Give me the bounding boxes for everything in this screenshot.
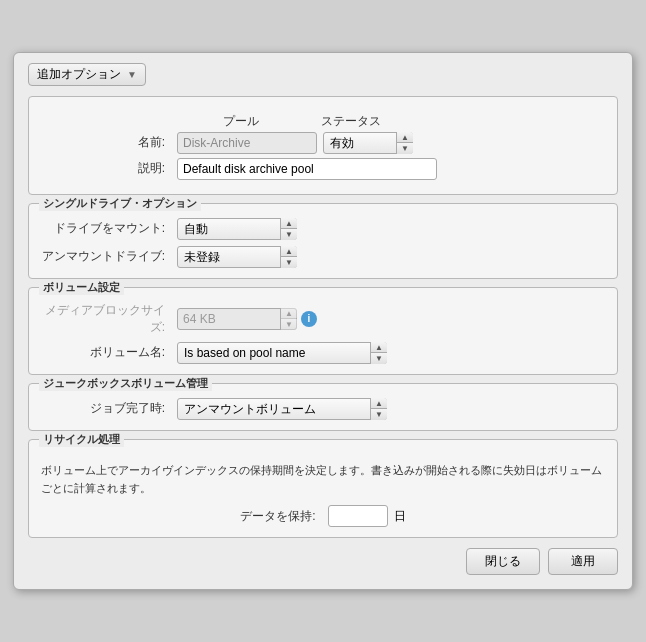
volume-name-label: ボリューム名: (41, 344, 171, 361)
jukebox-spinner-down[interactable]: ▼ (371, 409, 387, 420)
mount-spinner-down[interactable]: ▼ (281, 229, 297, 240)
unmount-select[interactable]: 未登録 登録済 (177, 246, 297, 268)
jukebox-spinner-up[interactable]: ▲ (371, 398, 387, 410)
recycle-description: ボリューム上でアーカイヴインデックスの保持期間を決定します。書き込みが開始される… (41, 462, 605, 497)
status-spinner-down[interactable]: ▼ (397, 143, 413, 154)
dialog: 追加オプション ▼ プール ステータス 名前: 有効 無効 ▲ ▼ (13, 52, 633, 590)
pool-column-header: プール (171, 113, 311, 130)
unmount-label: アンマウントドライブ: (41, 248, 171, 265)
status-spinner-up[interactable]: ▲ (397, 132, 413, 144)
media-block-spinner: ▲ ▼ (280, 308, 297, 330)
jukebox-title: ジュークボックスボリューム管理 (39, 376, 212, 391)
dropdown-label: 追加オプション (37, 66, 121, 83)
status-spinner: ▲ ▼ (396, 132, 413, 154)
media-block-label: メディアブロックサイズ: (41, 302, 171, 336)
job-complete-label: ジョブ完了時: (41, 400, 171, 417)
media-block-spinner-down: ▼ (281, 319, 297, 330)
volume-name-spinner: ▲ ▼ (370, 342, 387, 364)
media-block-spinner-up: ▲ (281, 308, 297, 320)
button-row: 閉じる 適用 (28, 548, 618, 575)
volume-name-spinner-down[interactable]: ▼ (371, 353, 387, 364)
job-complete-select[interactable]: アンマウントボリューム マウントボリューム 何もしない (177, 398, 387, 420)
description-label: 説明: (41, 160, 171, 177)
mount-spinner-up[interactable]: ▲ (281, 218, 297, 230)
unmount-spinner-up[interactable]: ▲ (281, 246, 297, 258)
info-icon[interactable]: i (301, 311, 317, 327)
jukebox-section: ジュークボックスボリューム管理 ジョブ完了時: アンマウントボリューム マウント… (28, 383, 618, 431)
media-block-input (177, 308, 297, 330)
mount-select[interactable]: 自動 手動 (177, 218, 297, 240)
unmount-spinner: ▲ ▼ (280, 246, 297, 268)
volume-settings-title: ボリューム設定 (39, 280, 124, 295)
apply-button[interactable]: 適用 (548, 548, 618, 575)
description-input[interactable] (177, 158, 437, 180)
volume-name-spinner-up[interactable]: ▲ (371, 342, 387, 354)
day-label: 日 (394, 508, 406, 525)
recycle-section: リサイクル処理 ボリューム上でアーカイヴインデックスの保持期間を決定します。書き… (28, 439, 618, 538)
mount-spinner: ▲ ▼ (280, 218, 297, 240)
single-drive-title: シングルドライブ・オプション (39, 196, 201, 211)
pool-name-input[interactable] (177, 132, 317, 154)
status-column-header: ステータス (311, 113, 391, 130)
data-keep-input[interactable] (328, 505, 388, 527)
mount-label: ドライブをマウント: (41, 220, 171, 237)
close-button[interactable]: 閉じる (466, 548, 540, 575)
unmount-spinner-down[interactable]: ▼ (281, 257, 297, 268)
name-label: 名前: (41, 134, 171, 151)
volume-name-select[interactable]: Is based on pool name Custom (177, 342, 387, 364)
recycle-title: リサイクル処理 (39, 432, 124, 447)
data-keep-label: データを保持: (240, 508, 321, 525)
jukebox-spinner: ▲ ▼ (370, 398, 387, 420)
options-dropdown-button[interactable]: 追加オプション ▼ (28, 63, 146, 86)
volume-settings-section: ボリューム設定 メディアブロックサイズ: ▲ ▼ i ボリューム名: Is ba… (28, 287, 618, 375)
dropdown-arrow-icon: ▼ (127, 69, 137, 80)
single-drive-section: シングルドライブ・オプション ドライブをマウント: 自動 手動 ▲ ▼ アンマウ… (28, 203, 618, 279)
pool-section: プール ステータス 名前: 有効 無効 ▲ ▼ 説明: (28, 96, 618, 195)
